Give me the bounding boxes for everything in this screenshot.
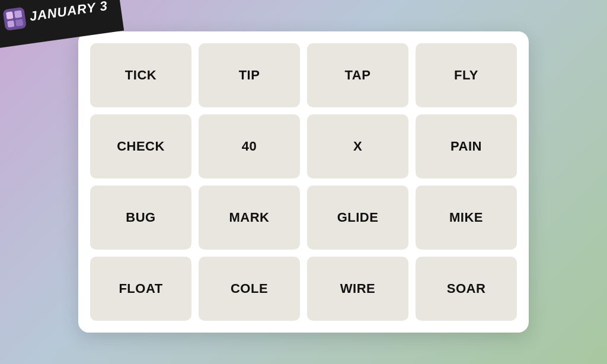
cell-label-mark: MARK (229, 210, 270, 225)
cell-label-pain: PAIN (451, 139, 482, 154)
cell-pain[interactable]: PAIN (416, 114, 517, 178)
cell-glide[interactable]: GLIDE (307, 186, 408, 250)
cell-float[interactable]: FLOAT (90, 257, 191, 321)
cell-label-glide: GLIDE (337, 210, 379, 225)
cell-label-x: X (353, 139, 362, 154)
banner-title: JANUARY 3 (28, 0, 108, 24)
cell-soar[interactable]: SOAR (416, 257, 517, 321)
cell-label-cole: COLE (231, 281, 268, 296)
cell-label-tip: TIP (239, 68, 260, 83)
cell-label-float: FLOAT (119, 281, 162, 296)
cell-bug[interactable]: BUG (90, 186, 191, 250)
cell-tick[interactable]: TICK (90, 43, 191, 107)
app-icon (2, 7, 27, 31)
cell-label-soar: SOAR (447, 281, 486, 296)
word-grid: TICKTIPTAPFLYCHECK40XPAINBUGMARKGLIDEMIK… (90, 43, 517, 321)
cell-label-wire: WIRE (340, 281, 375, 296)
cell-mike[interactable]: MIKE (416, 186, 517, 250)
cell-check[interactable]: CHECK (90, 114, 191, 178)
main-card: TICKTIPTAPFLYCHECK40XPAINBUGMARKGLIDEMIK… (78, 31, 529, 333)
cell-label-fly: FLY (454, 68, 478, 83)
cell-label-40: 40 (242, 139, 257, 154)
cell-label-bug: BUG (126, 210, 155, 225)
cell-fly[interactable]: FLY (416, 43, 517, 107)
cell-label-tick: TICK (125, 68, 156, 83)
cell-wire[interactable]: WIRE (307, 257, 408, 321)
cell-tap[interactable]: TAP (307, 43, 408, 107)
cell-mark[interactable]: MARK (199, 186, 300, 250)
cell-label-tap: TAP (345, 68, 371, 83)
cell-cole[interactable]: COLE (199, 257, 300, 321)
cell-tip[interactable]: TIP (199, 43, 300, 107)
cell-label-check: CHECK (117, 139, 165, 154)
cell-label-mike: MIKE (449, 210, 483, 225)
cell-x[interactable]: X (307, 114, 408, 178)
cell-40[interactable]: 40 (199, 114, 300, 178)
